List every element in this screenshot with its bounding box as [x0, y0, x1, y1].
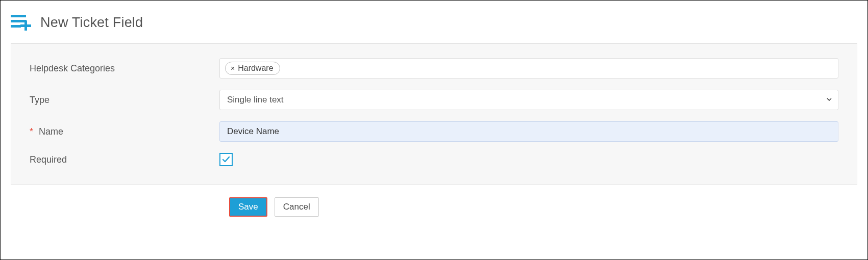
required-checkbox[interactable]: [219, 153, 233, 166]
form-actions: Save Cancel: [229, 197, 857, 217]
required-marker: *: [30, 126, 33, 137]
new-field-icon: [11, 14, 33, 31]
category-pill[interactable]: × Hardware: [225, 62, 280, 75]
page-header: New Ticket Field: [11, 14, 857, 31]
remove-pill-icon[interactable]: ×: [231, 65, 235, 72]
row-required: Required: [30, 153, 838, 166]
form-panel: Helpdesk Categories × Hardware Type Sing…: [11, 43, 857, 185]
label-name: * Name: [30, 126, 219, 137]
svg-rect-0: [11, 15, 26, 17]
svg-rect-1: [11, 20, 26, 22]
label-type: Type: [30, 95, 219, 106]
label-categories: Helpdesk Categories: [30, 63, 219, 74]
save-button[interactable]: Save: [229, 197, 267, 217]
type-select-value: Single line text: [227, 95, 284, 105]
chevron-down-icon: [827, 96, 832, 103]
label-required: Required: [30, 154, 219, 165]
type-select[interactable]: Single line text: [219, 90, 838, 110]
category-pill-label: Hardware: [238, 64, 273, 73]
name-input[interactable]: [219, 121, 838, 142]
page-title: New Ticket Field: [40, 15, 143, 31]
row-type: Type Single line text: [30, 90, 838, 110]
svg-rect-2: [11, 25, 21, 28]
row-name: * Name: [30, 121, 838, 142]
page-container: New Ticket Field Helpdesk Categories × H…: [0, 0, 868, 260]
categories-input[interactable]: × Hardware: [219, 58, 838, 79]
cancel-button[interactable]: Cancel: [275, 197, 319, 217]
svg-rect-4: [20, 24, 31, 27]
row-categories: Helpdesk Categories × Hardware: [30, 58, 838, 79]
check-icon: [221, 155, 231, 164]
